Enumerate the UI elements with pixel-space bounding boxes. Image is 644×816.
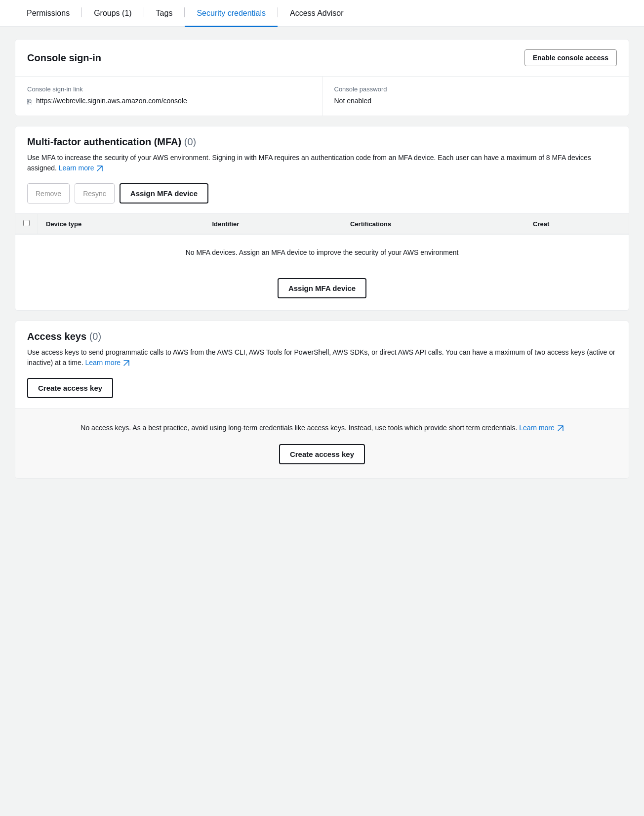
console-signin-title: Console sign-in [27,52,101,64]
mfa-empty-action: Assign MFA device [15,270,629,310]
copy-icon[interactable]: ⎘ [27,98,32,107]
no-keys-learn-more-link[interactable]: Learn more [519,424,555,432]
console-info-row: Console sign-in link ⎘ https://webrevllc… [15,77,629,116]
mfa-title: Multi-factor authentication (MFA) (0) [27,136,617,148]
access-keys-title-text: Access keys [27,331,86,342]
no-keys-message: No access keys. As a best practice, avoi… [35,422,609,433]
create-access-key-button-empty[interactable]: Create access key [279,444,365,464]
mfa-title-text: Multi-factor authentication (MFA) [27,136,181,147]
enable-console-access-button[interactable]: Enable console access [524,49,617,66]
no-keys-action: Create access key [35,442,609,464]
mfa-empty-message: No MFA devices. Assign an MFA device to … [15,234,629,270]
no-keys-message-text: No access keys. As a best practice, avoi… [80,424,517,432]
console-signin-card: Console sign-in Enable console access Co… [15,39,629,116]
mfa-table-header: Device type Identifier Certifications Cr… [15,214,629,234]
access-keys-count: (0) [89,331,101,342]
mfa-learn-more-link[interactable]: Learn more [59,164,94,172]
signin-link-value: ⎘ https://webrevllc.signin.aws.amazon.co… [27,97,310,107]
tab-permissions[interactable]: Permissions [15,0,81,27]
no-keys-info: No access keys. As a best practice, avoi… [15,408,629,478]
main-content: Console sign-in Enable console access Co… [0,27,644,490]
console-password-value: Not enabled [334,97,617,105]
access-keys-actions: Create access key [15,378,629,408]
access-keys-title: Access keys (0) [27,331,617,342]
mfa-col-creat: Creat [525,214,629,234]
mfa-learn-more-external-icon [97,165,103,171]
signin-link-cell: Console sign-in link ⎘ https://webrevllc… [15,77,322,116]
assign-mfa-device-button-top[interactable]: Assign MFA device [120,183,208,204]
mfa-col-checkbox[interactable] [15,214,38,234]
tab-groups[interactable]: Groups (1) [82,0,143,27]
tabs-bar: Permissions Groups (1) Tags Security cre… [0,0,644,27]
access-keys-header: Access keys (0) Use access keys to send … [15,321,629,378]
remove-button: Remove [27,183,70,204]
mfa-col-identifier: Identifier [204,214,342,234]
mfa-actions: Remove Resync Assign MFA device [15,183,629,213]
mfa-description: Use MFA to increase the security of your… [27,153,617,173]
create-access-key-button-top[interactable]: Create access key [27,378,113,398]
tab-security-credentials[interactable]: Security credentials [185,0,278,27]
access-keys-card: Access keys (0) Use access keys to send … [15,321,629,479]
console-password-label: Console password [334,85,617,93]
assign-mfa-device-button-empty[interactable]: Assign MFA device [278,278,366,298]
resync-button: Resync [75,183,115,204]
mfa-col-certifications: Certifications [342,214,525,234]
mfa-table-container: Device type Identifier Certifications Cr… [15,213,629,310]
mfa-select-all-checkbox[interactable] [23,220,30,226]
mfa-description-text: Use MFA to increase the security of your… [27,154,591,172]
mfa-count: (0) [184,136,196,147]
signin-link-text: https://webrevllc.signin.aws.amazon.com/… [36,97,187,105]
tab-access-advisor[interactable]: Access Advisor [278,0,355,27]
mfa-col-device-type: Device type [38,214,204,234]
access-keys-learn-more-link[interactable]: Learn more [85,359,121,367]
console-password-cell: Console password Not enabled [322,77,629,116]
mfa-header: Multi-factor authentication (MFA) (0) Us… [15,126,629,183]
signin-link-label: Console sign-in link [27,85,310,93]
no-keys-learn-more-external-icon [558,425,564,431]
mfa-table: Device type Identifier Certifications Cr… [15,213,629,234]
console-signin-header: Console sign-in Enable console access [15,40,629,76]
mfa-card: Multi-factor authentication (MFA) (0) Us… [15,126,629,311]
access-keys-learn-more-external-icon [123,360,129,366]
access-keys-description: Use access keys to send programmatic cal… [27,347,617,368]
tab-tags[interactable]: Tags [144,0,185,27]
